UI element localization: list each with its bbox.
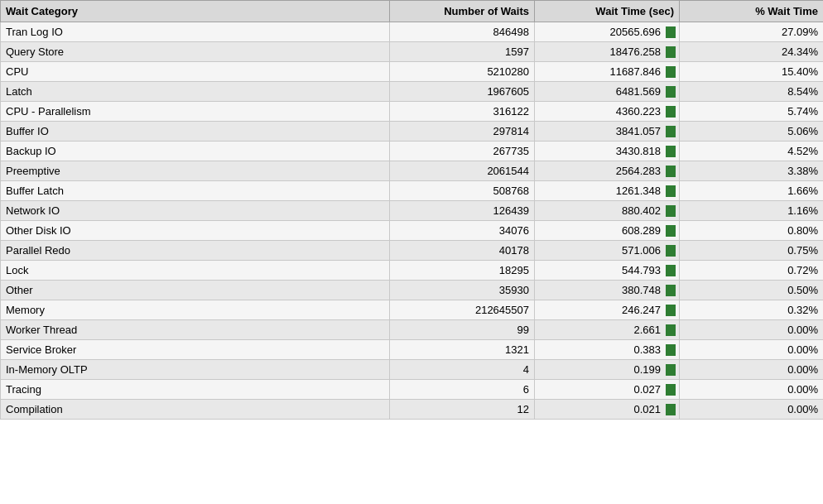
cell-pct: 5.06%: [680, 122, 824, 142]
cell-pct: 24.34%: [680, 42, 824, 62]
table-row: Query Store159718476.25824.34%: [1, 42, 824, 62]
cell-category: CPU: [1, 62, 390, 82]
cell-waits: 99: [390, 320, 535, 340]
cell-waits: 846498: [390, 22, 535, 42]
bar-indicator-icon: [666, 324, 676, 336]
cell-pct: 3.38%: [680, 161, 824, 181]
bar-indicator-icon: [666, 364, 676, 376]
cell-pct: 0.00%: [680, 380, 824, 400]
cell-category: Compilation: [1, 400, 390, 420]
cell-time: 0.021: [535, 400, 680, 420]
bar-indicator-icon: [666, 146, 676, 157]
cell-pct: 1.16%: [680, 201, 824, 221]
table-row: Other35930380.7480.50%: [1, 281, 824, 300]
table-row: Worker Thread992.6610.00%: [1, 320, 824, 340]
cell-category: Worker Thread: [1, 320, 390, 340]
cell-category: Service Broker: [1, 340, 390, 360]
cell-pct: 0.32%: [680, 300, 824, 320]
table-row: Tracing60.0270.00%: [1, 380, 824, 400]
bar-indicator-icon: [666, 205, 676, 217]
cell-pct: 1.66%: [680, 181, 824, 201]
cell-waits: 267735: [390, 142, 535, 161]
cell-pct: 0.75%: [680, 241, 824, 261]
table-row: CPU - Parallelism3161224360.2235.74%: [1, 102, 824, 122]
cell-waits: 126439: [390, 201, 535, 221]
bar-indicator-icon: [666, 265, 676, 276]
cell-category: Preemptive: [1, 161, 390, 181]
cell-category: Other Disk IO: [1, 221, 390, 241]
cell-waits: 508768: [390, 181, 535, 201]
cell-waits: 34076: [390, 221, 535, 241]
bar-indicator-icon: [666, 166, 676, 177]
table-row: Buffer Latch5087681261.3481.66%: [1, 181, 824, 201]
table-row: Network IO126439880.4021.16%: [1, 201, 824, 221]
bar-indicator-icon: [666, 86, 676, 98]
cell-time: 608.289: [535, 221, 680, 241]
table-row: Parallel Redo40178571.0060.75%: [1, 241, 824, 261]
bar-indicator-icon: [666, 185, 676, 197]
table-row: Buffer IO2978143841.0575.06%: [1, 122, 824, 142]
cell-category: Network IO: [1, 201, 390, 221]
cell-time: 2.661: [535, 320, 680, 340]
bar-indicator-icon: [666, 26, 676, 38]
cell-pct: 0.00%: [680, 360, 824, 380]
cell-waits: 297814: [390, 122, 535, 142]
cell-time: 880.402: [535, 201, 680, 221]
bar-indicator-icon: [666, 344, 676, 356]
cell-category: Memory: [1, 300, 390, 320]
cell-time: 0.199: [535, 360, 680, 380]
cell-waits: 2061544: [390, 161, 535, 181]
cell-waits: 40178: [390, 241, 535, 261]
header-category: Wait Category: [1, 1, 390, 22]
cell-pct: 15.40%: [680, 62, 824, 82]
cell-waits: 1967605: [390, 82, 535, 102]
cell-category: Lock: [1, 261, 390, 281]
table-row: Compilation120.0210.00%: [1, 400, 824, 420]
cell-time: 6481.569: [535, 82, 680, 102]
cell-waits: 12: [390, 400, 535, 420]
cell-waits: 4: [390, 360, 535, 380]
wait-stats-table: Wait Category Number of Waits Wait Time …: [0, 0, 823, 420]
table-row: Backup IO2677353430.8184.52%: [1, 142, 824, 161]
cell-pct: 27.09%: [680, 22, 824, 42]
cell-waits: 1597: [390, 42, 535, 62]
cell-time: 246.247: [535, 300, 680, 320]
table-header-row: Wait Category Number of Waits Wait Time …: [1, 1, 824, 22]
cell-waits: 1321: [390, 340, 535, 360]
cell-time: 0.383: [535, 340, 680, 360]
cell-pct: 0.00%: [680, 340, 824, 360]
cell-waits: 212645507: [390, 300, 535, 320]
header-time: Wait Time (sec): [535, 1, 680, 22]
cell-time: 4360.223: [535, 102, 680, 122]
cell-category: Tran Log IO: [1, 22, 390, 42]
cell-time: 11687.846: [535, 62, 680, 82]
cell-pct: 0.00%: [680, 400, 824, 420]
bar-indicator-icon: [666, 404, 676, 415]
cell-category: Backup IO: [1, 142, 390, 161]
cell-pct: 0.00%: [680, 320, 824, 340]
cell-time: 2564.283: [535, 161, 680, 181]
cell-category: CPU - Parallelism: [1, 102, 390, 122]
cell-time: 20565.696: [535, 22, 680, 42]
cell-category: Latch: [1, 82, 390, 102]
cell-category: Query Store: [1, 42, 390, 62]
header-pct: % Wait Time: [680, 1, 824, 22]
cell-time: 0.027: [535, 380, 680, 400]
cell-category: Parallel Redo: [1, 241, 390, 261]
cell-time: 3430.818: [535, 142, 680, 161]
bar-indicator-icon: [666, 225, 676, 237]
cell-time: 380.748: [535, 281, 680, 300]
cell-pct: 0.80%: [680, 221, 824, 241]
cell-waits: 6: [390, 380, 535, 400]
cell-category: Buffer IO: [1, 122, 390, 142]
bar-indicator-icon: [666, 46, 676, 58]
cell-pct: 0.72%: [680, 261, 824, 281]
table-row: Lock18295544.7930.72%: [1, 261, 824, 281]
cell-waits: 35930: [390, 281, 535, 300]
table-row: Preemptive20615442564.2833.38%: [1, 161, 824, 181]
bar-indicator-icon: [666, 106, 676, 118]
cell-waits: 5210280: [390, 62, 535, 82]
cell-waits: 316122: [390, 102, 535, 122]
cell-pct: 8.54%: [680, 82, 824, 102]
bar-indicator-icon: [666, 305, 676, 316]
